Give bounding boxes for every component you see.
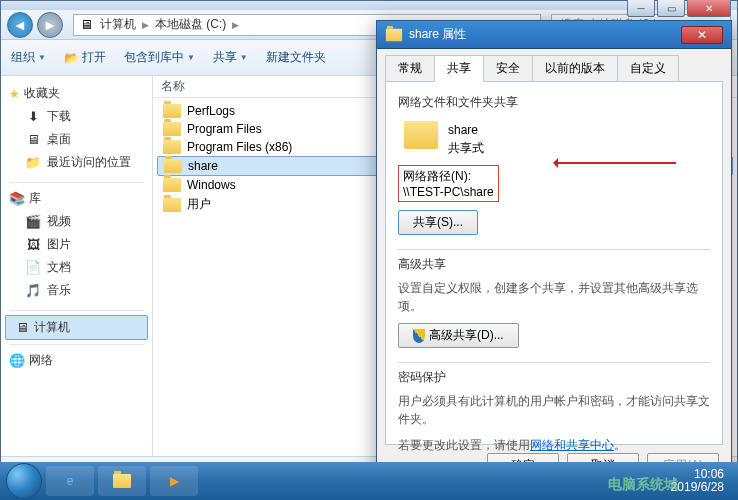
video-icon: 🎬 bbox=[25, 214, 41, 230]
share-menu[interactable]: 共享▼ bbox=[213, 49, 248, 66]
favorites-header[interactable]: ★收藏夹 bbox=[1, 82, 152, 105]
sidebar-item-downloads[interactable]: ⬇下载 bbox=[1, 105, 152, 128]
sidebar-item-videos[interactable]: 🎬视频 bbox=[1, 210, 152, 233]
folder-icon bbox=[163, 198, 181, 212]
folder-icon bbox=[163, 178, 181, 192]
file-name: Program Files (x86) bbox=[187, 140, 292, 154]
shield-icon bbox=[413, 329, 425, 343]
media-icon: ▶ bbox=[170, 474, 179, 488]
folder-icon bbox=[113, 474, 131, 488]
ie-icon: e bbox=[67, 474, 74, 488]
share-name: share bbox=[448, 121, 484, 139]
dialog-title: share 属性 bbox=[409, 26, 466, 43]
sidebar-item-recent[interactable]: 📁最近访问的位置 bbox=[1, 151, 152, 174]
sidebar: ★收藏夹 ⬇下载 🖥桌面 📁最近访问的位置 📚库 🎬视频 🖼图片 📄文档 🎵音乐… bbox=[1, 76, 153, 456]
music-icon: 🎵 bbox=[25, 283, 41, 299]
share-state: 共享式 bbox=[448, 139, 484, 157]
folder-icon bbox=[163, 122, 181, 136]
computer-icon: 🖥 bbox=[14, 320, 30, 336]
watermark: 电脑系统城 bbox=[608, 476, 678, 494]
include-library-menu[interactable]: 包含到库中▼ bbox=[124, 49, 195, 66]
star-icon: ★ bbox=[9, 87, 20, 101]
minimize-button[interactable]: ─ bbox=[627, 0, 655, 17]
chevron-right-icon: ▶ bbox=[142, 20, 149, 30]
maximize-button[interactable]: ▭ bbox=[657, 0, 685, 17]
folder-icon bbox=[386, 28, 402, 41]
computer-icon: 🖥 bbox=[78, 17, 94, 33]
password-protect-desc: 用户必须具有此计算机的用户帐户和密码，才能访问共享文件夹。 bbox=[398, 392, 710, 428]
chevron-down-icon: ▼ bbox=[187, 53, 195, 62]
open-button[interactable]: 📂打开 bbox=[64, 49, 106, 66]
tray-date: 2019/6/28 bbox=[671, 481, 724, 494]
titlebar: ─ ▭ ✕ bbox=[1, 1, 737, 10]
network-icon: 🌐 bbox=[9, 353, 25, 369]
taskbar-ie[interactable]: e bbox=[46, 466, 94, 496]
password-protect-heading: 密码保护 bbox=[398, 369, 710, 386]
back-button[interactable]: ◄ bbox=[7, 12, 33, 38]
file-name: 用户 bbox=[187, 196, 211, 213]
folder-icon bbox=[163, 140, 181, 154]
organize-menu[interactable]: 组织▼ bbox=[11, 49, 46, 66]
advanced-share-button[interactable]: 高级共享(D)... bbox=[398, 323, 519, 348]
advanced-share-heading: 高级共享 bbox=[398, 256, 710, 273]
chevron-right-icon: ▶ bbox=[232, 20, 239, 30]
tab-panel-share: 网络文件和文件夹共享 share 共享式 网络路径(N): \\TEST-PC\… bbox=[385, 81, 723, 445]
file-name: share bbox=[188, 159, 218, 173]
chevron-down-icon: ▼ bbox=[240, 53, 248, 62]
file-name: Windows bbox=[187, 178, 236, 192]
tab-2[interactable]: 安全 bbox=[483, 55, 533, 81]
netpath-label: 网络路径(N): bbox=[403, 168, 494, 185]
sidebar-item-network[interactable]: 🌐网络 bbox=[1, 349, 152, 372]
sidebar-item-pictures[interactable]: 🖼图片 bbox=[1, 233, 152, 256]
network-sharing-center-link[interactable]: 网络和共享中心 bbox=[530, 438, 614, 452]
chevron-down-icon: ▼ bbox=[38, 53, 46, 62]
picture-icon: 🖼 bbox=[25, 237, 41, 253]
crumb-drive[interactable]: 本地磁盘 (C:) bbox=[155, 16, 226, 33]
document-icon: 📄 bbox=[25, 260, 41, 276]
new-folder-button[interactable]: 新建文件夹 bbox=[266, 49, 326, 66]
close-button[interactable]: ✕ bbox=[687, 0, 731, 17]
forward-button[interactable]: ► bbox=[37, 12, 63, 38]
sidebar-item-computer[interactable]: 🖥计算机 bbox=[5, 315, 148, 340]
file-name: Program Files bbox=[187, 122, 262, 136]
netpath-value: \\TEST-PC\share bbox=[403, 185, 494, 199]
folder-icon bbox=[164, 159, 182, 173]
sidebar-item-documents[interactable]: 📄文档 bbox=[1, 256, 152, 279]
download-icon: ⬇ bbox=[25, 109, 41, 125]
taskbar-media[interactable]: ▶ bbox=[150, 466, 198, 496]
sidebar-item-music[interactable]: 🎵音乐 bbox=[1, 279, 152, 302]
taskbar-explorer[interactable] bbox=[98, 466, 146, 496]
file-name: PerfLogs bbox=[187, 104, 235, 118]
desktop-icon: 🖥 bbox=[25, 132, 41, 148]
tab-3[interactable]: 以前的版本 bbox=[532, 55, 618, 81]
dialog-close-button[interactable]: ✕ bbox=[681, 26, 723, 44]
folder-icon bbox=[163, 104, 181, 118]
tab-strip: 常规共享安全以前的版本自定义 bbox=[377, 49, 731, 81]
tab-0[interactable]: 常规 bbox=[385, 55, 435, 81]
dialog-titlebar[interactable]: share 属性 ✕ bbox=[377, 21, 731, 49]
tab-1[interactable]: 共享 bbox=[434, 55, 484, 82]
crumb-computer[interactable]: 计算机 bbox=[100, 16, 136, 33]
library-icon: 📚 bbox=[9, 191, 25, 207]
advanced-share-desc: 设置自定义权限，创建多个共享，并设置其他高级共享选项。 bbox=[398, 279, 710, 315]
tab-4[interactable]: 自定义 bbox=[617, 55, 679, 81]
sidebar-item-desktop[interactable]: 🖥桌面 bbox=[1, 128, 152, 151]
libraries-header[interactable]: 📚库 bbox=[1, 187, 152, 210]
share-button[interactable]: 共享(S)... bbox=[398, 210, 478, 235]
network-path-box: 网络路径(N): \\TEST-PC\share bbox=[398, 165, 499, 202]
net-share-heading: 网络文件和文件夹共享 bbox=[398, 94, 710, 111]
annotation-arrow bbox=[556, 162, 676, 164]
folder-icon: 📁 bbox=[25, 155, 41, 171]
properties-dialog: share 属性 ✕ 常规共享安全以前的版本自定义 网络文件和文件夹共享 sha… bbox=[376, 20, 732, 480]
start-button[interactable] bbox=[6, 463, 42, 499]
folder-icon bbox=[404, 121, 438, 149]
